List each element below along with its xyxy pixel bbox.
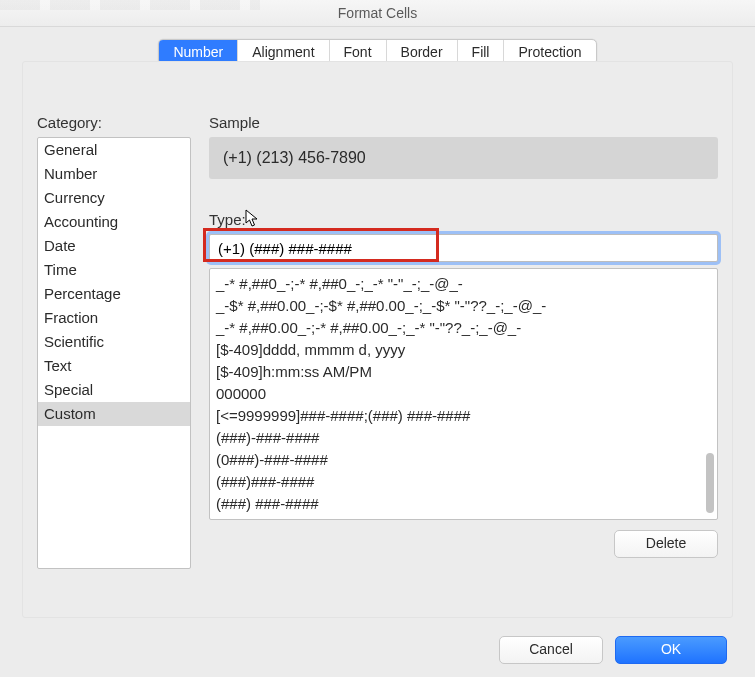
format-code-item[interactable]: [<=9999999]###-####;(###) ###-#### bbox=[216, 405, 711, 427]
format-code-item[interactable]: _-* #,##0.00_-;-* #,##0.00_-;_-* "-"??_-… bbox=[216, 317, 711, 339]
sample-box: (+1) (213) 456-7890 bbox=[209, 137, 718, 179]
category-item-text[interactable]: Text bbox=[38, 354, 190, 378]
delete-row: Delete bbox=[209, 530, 718, 558]
category-item-number[interactable]: Number bbox=[38, 162, 190, 186]
dialog-sheet: NumberAlignmentFontBorderFillProtection … bbox=[0, 27, 755, 677]
type-field-wrap bbox=[209, 234, 718, 262]
scrollbar-thumb[interactable] bbox=[706, 453, 714, 513]
sample-label: Sample bbox=[209, 114, 718, 131]
category-item-time[interactable]: Time bbox=[38, 258, 190, 282]
cancel-button[interactable]: Cancel bbox=[499, 636, 603, 664]
category-item-accounting[interactable]: Accounting bbox=[38, 210, 190, 234]
category-item-custom[interactable]: Custom bbox=[38, 402, 190, 426]
ok-button[interactable]: OK bbox=[615, 636, 727, 664]
content-column: Sample (+1) (213) 456-7890 Type: _-* bbox=[209, 114, 718, 569]
format-code-item[interactable]: (###)-###-#### bbox=[216, 427, 711, 449]
window-titlebar: Format Cells bbox=[0, 0, 755, 27]
format-code-item[interactable]: [$-409]h:mm:ss AM/PM bbox=[216, 361, 711, 383]
format-code-item[interactable]: _-$* #,##0.00_-;-$* #,##0.00_-;_-$* "-"?… bbox=[216, 295, 711, 317]
format-code-item[interactable]: [$-409]dddd, mmmm d, yyyy bbox=[216, 339, 711, 361]
category-list[interactable]: GeneralNumberCurrencyAccountingDateTimeP… bbox=[37, 137, 191, 569]
category-item-scientific[interactable]: Scientific bbox=[38, 330, 190, 354]
category-item-percentage[interactable]: Percentage bbox=[38, 282, 190, 306]
format-code-item[interactable]: (###) ###-#### bbox=[216, 493, 711, 515]
category-column: Category: GeneralNumberCurrencyAccountin… bbox=[37, 114, 191, 569]
format-code-item[interactable]: _-* #,##0_-;-* #,##0_-;_-* "-"_-;_-@_- bbox=[216, 273, 711, 295]
category-item-currency[interactable]: Currency bbox=[38, 186, 190, 210]
delete-button[interactable]: Delete bbox=[614, 530, 718, 558]
cursor-icon bbox=[245, 209, 259, 229]
category-label: Category: bbox=[37, 114, 191, 131]
titlebar-decoration bbox=[0, 0, 260, 10]
format-code-list[interactable]: _-* #,##0_-;-* #,##0_-;_-* "-"_-;_-@_-_-… bbox=[209, 268, 718, 520]
type-label-text: Type: bbox=[209, 211, 246, 228]
type-input[interactable] bbox=[209, 234, 718, 262]
format-code-item[interactable]: 000000 bbox=[216, 383, 711, 405]
category-item-fraction[interactable]: Fraction bbox=[38, 306, 190, 330]
format-code-item[interactable]: (0###)-###-#### bbox=[216, 449, 711, 471]
window-title: Format Cells bbox=[338, 5, 417, 21]
dialog-footer: Cancel OK bbox=[499, 636, 727, 664]
sample-value: (+1) (213) 456-7890 bbox=[223, 149, 366, 166]
type-label: Type: bbox=[209, 211, 718, 228]
category-item-special[interactable]: Special bbox=[38, 378, 190, 402]
category-item-general[interactable]: General bbox=[38, 138, 190, 162]
format-code-item[interactable]: (###)###-#### bbox=[216, 471, 711, 493]
dialog-body: Category: GeneralNumberCurrencyAccountin… bbox=[22, 61, 733, 618]
category-item-date[interactable]: Date bbox=[38, 234, 190, 258]
